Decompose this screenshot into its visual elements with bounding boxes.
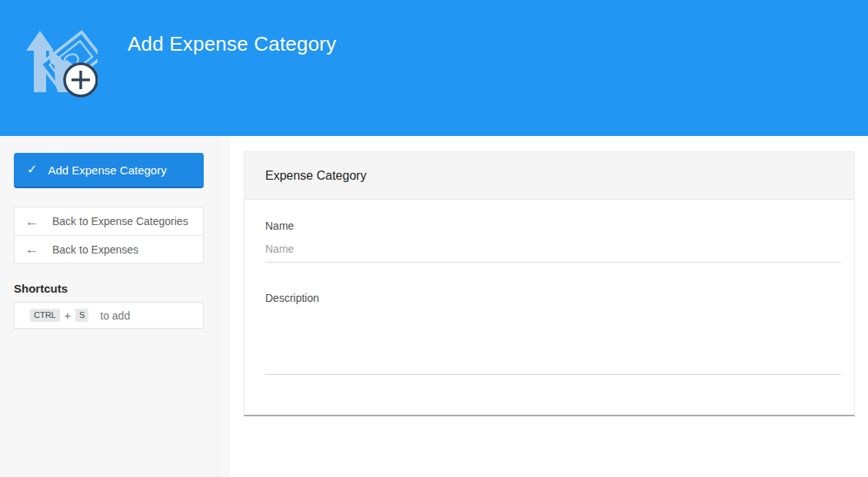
back-to-expenses-link[interactable]: ← Back to Expenses (15, 235, 203, 263)
name-label: Name (265, 220, 841, 232)
kbd-ctrl: CTRL (30, 309, 60, 322)
back-to-expense-categories-link[interactable]: ← Back to Expense Categories (15, 207, 203, 235)
arrow-left-icon: ← (25, 215, 38, 228)
sidebar-scrollbar-track[interactable] (218, 136, 229, 477)
card-title: Expense Category (265, 169, 367, 183)
back-link-label: Back to Expenses (52, 243, 138, 256)
description-label: Description (265, 292, 841, 304)
add-expense-category-button-label: Add Expense Category (48, 164, 166, 177)
back-links-card: ← Back to Expense Categories ← Back to E… (14, 207, 204, 263)
expense-category-card: Expense Category Name Description (244, 151, 855, 416)
arrow-left-icon: ← (25, 243, 38, 256)
check-icon: ✓ (27, 164, 37, 176)
app-header: Add Expense Category (0, 0, 868, 136)
shortcut-item: CTRL + S to add (14, 302, 204, 329)
expense-add-icon (19, 22, 98, 100)
shortcuts-heading: Shortcuts (14, 282, 204, 295)
main-content: Expense Category Name Description (229, 136, 868, 477)
shortcut-action-label: to add (100, 310, 130, 322)
card-header: Expense Category (244, 152, 854, 200)
sidebar: ✓ Add Expense Category ← Back to Expense… (0, 136, 218, 477)
add-expense-category-button[interactable]: ✓ Add Expense Category (14, 153, 204, 188)
page-body: ✓ Add Expense Category ← Back to Expense… (0, 136, 868, 477)
page-title: Add Expense Category (128, 32, 336, 56)
back-link-label: Back to Expense Categories (52, 215, 188, 227)
card-body: Name Description (244, 200, 854, 415)
kbd-s: S (75, 309, 88, 322)
name-input[interactable] (265, 232, 841, 263)
kbd-separator: + (65, 310, 71, 322)
description-textarea[interactable] (265, 309, 841, 375)
